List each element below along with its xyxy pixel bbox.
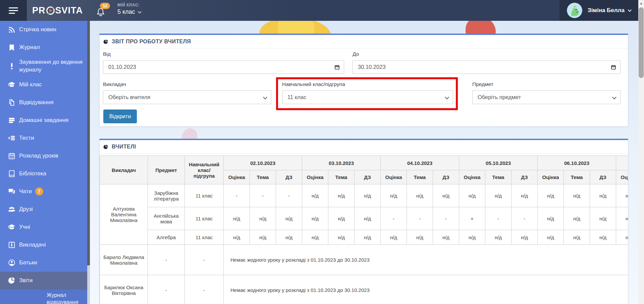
value-cell: н/д	[590, 207, 616, 230]
sidebar-item-label: Стрічка новин	[19, 26, 56, 34]
value-cell: -	[433, 207, 459, 230]
value-cell: н/д	[302, 207, 328, 230]
subject-select[interactable]: Оберіть предмет	[472, 90, 621, 104]
report-form-panel: ЗВІТ ПРО РОБОТУ ВЧИТЕЛЯ Від 01.10.2023 Д…	[99, 34, 628, 127]
sidebar-item-2[interactable]: Журнал	[0, 39, 87, 56]
teachers-table-title: ВЧИТЕЛІ	[112, 144, 136, 150]
column-header-date: 06.10.2023	[538, 156, 616, 170]
page-scrollbar[interactable]: ▲	[638, 0, 644, 304]
chevron-down-icon	[628, 8, 632, 12]
value-cell: н/д	[276, 207, 302, 230]
value-cell: н/д	[590, 230, 616, 245]
class-group-select-value: 11 клас	[287, 94, 306, 100]
stack-icon	[8, 117, 15, 124]
sidebar-item-6[interactable]: Домашні завдання	[0, 112, 87, 129]
value-cell: -	[224, 184, 250, 207]
sidebar-item-1[interactable]: Стрічка новин	[0, 21, 87, 39]
value-cell: -	[381, 207, 407, 230]
calendar-icon[interactable]	[611, 64, 616, 70]
sidebar-item-label: Мій клас	[19, 81, 42, 89]
column-subheader: ДЗ	[590, 170, 616, 184]
page-scrollbar-thumb[interactable]	[639, 7, 644, 78]
sidebar-item-14[interactable]: Батьки	[0, 254, 87, 272]
calendar-icon[interactable]	[334, 64, 340, 70]
sidebar-scrollbar[interactable]	[87, 21, 90, 304]
sidebar-item-label: Розклад уроків	[19, 152, 58, 160]
value-cell: -	[250, 184, 276, 207]
sidebar-item-7[interactable]: Тести	[0, 129, 87, 147]
value-cell: н/д	[538, 184, 564, 207]
sidebar-nav: Стрічка новинЖурналЗауваження до ведення…	[0, 21, 87, 304]
column-header-teacher: Викладач	[100, 156, 148, 184]
value-cell: н/д	[381, 184, 407, 207]
value-cell: н/д	[564, 230, 590, 245]
subject-cell: -	[148, 245, 185, 275]
sidebar-item-9[interactable]: Бібліотека	[0, 165, 87, 183]
subject-cell: Англійська мова	[148, 207, 185, 230]
open-report-button[interactable]: Відкрити	[103, 110, 137, 123]
teacher-label: Викладач	[103, 81, 126, 87]
scroll-up-icon[interactable]: ▲	[638, 1, 644, 6]
value-cell: н/д	[616, 230, 628, 245]
sidebar-item-4[interactable]: Мій клас	[0, 76, 87, 94]
sidebar-item-label: Викладачі	[19, 241, 46, 249]
class-group-cell: 11 клас	[185, 184, 224, 207]
chevron-down-icon	[612, 95, 616, 99]
column-subheader: Оцінка	[302, 170, 328, 184]
sidebar-item-13[interactable]: Викладачі	[0, 236, 87, 254]
subject-cell: -	[148, 275, 185, 304]
column-subheader: Тема	[564, 170, 590, 184]
my-class-selector[interactable]: МІЙ КЛАС: 5 клас	[117, 3, 141, 15]
value-cell: н/д	[407, 230, 433, 245]
to-date-input[interactable]: 30.10.2023	[353, 60, 621, 74]
sidebar-item-label: Журнал відвідування	[47, 292, 85, 304]
value-cell: н/д	[538, 207, 564, 230]
value-cell: н/д	[276, 230, 302, 245]
sidebar-item-5[interactable]: Відвідування	[0, 94, 87, 112]
sidebar-item-16[interactable]: Журнал відвідування	[0, 290, 87, 304]
from-date-input[interactable]: 01.10.2023	[103, 60, 344, 74]
notifications-badge: 52	[100, 3, 110, 9]
sidebar-item-10[interactable]: Чати7	[0, 183, 87, 201]
sidebar-item-11[interactable]: Друзі	[0, 201, 87, 218]
value-cell: н/д	[224, 230, 250, 245]
value-cell: н/д	[459, 184, 485, 207]
column-subheader: Тема	[250, 170, 276, 184]
sidebar-item-badge: 7	[35, 187, 43, 196]
from-date-value: 01.10.2023	[108, 64, 136, 70]
sidebar-item-3[interactable]: Зауваження до ведення журналу	[0, 56, 87, 76]
column-header-class-group: Навчальний клас/ підгрупа	[185, 156, 224, 184]
sidebar-item-8[interactable]: Розклад уроків	[0, 147, 87, 165]
value-cell: н/д	[538, 230, 564, 245]
notifications-button[interactable]: 52	[96, 5, 113, 18]
teacher-name-cell: Алтухова Валентина Миколаївна	[100, 184, 148, 245]
column-header-subject: Предмет	[148, 156, 185, 184]
subject-cell: Алгебра	[148, 230, 185, 245]
teachers-panel: ВЧИТЕЛІ ВикладачПредметНавчальний клас/ …	[99, 139, 628, 304]
app-logo[interactable]: PR SVITA	[32, 0, 83, 21]
sidebar-scrollbar-thumb[interactable]	[87, 21, 90, 265]
teacher-select[interactable]: Оберіть вчителя	[103, 90, 271, 104]
from-date-label: Від	[103, 51, 111, 57]
value-cell: н/д	[302, 184, 328, 207]
column-subheader: Оцінка	[616, 170, 628, 184]
value-cell: -	[512, 207, 538, 230]
value-cell: н/д	[512, 230, 538, 245]
column-subheader: Оцінка	[224, 170, 250, 184]
value-cell: н/д	[302, 230, 328, 245]
page-title: ЗВІТ ПРО РОБОТУ ВЧИТЕЛЯ	[112, 39, 191, 45]
user-menu[interactable]: Зіміна Белла	[559, 0, 638, 21]
logo-play-icon	[46, 6, 55, 15]
pie-chart-icon	[103, 144, 108, 149]
avatar	[567, 3, 582, 18]
column-header-date: 03.10.2023	[302, 156, 381, 170]
subject-label: Предмет	[472, 81, 493, 87]
sidebar-item-12[interactable]: Учні	[0, 218, 87, 236]
value-cell: н/д	[616, 207, 628, 230]
list-icon	[8, 134, 15, 142]
column-subheader: Оцінка	[459, 170, 485, 184]
sidebar-item-15[interactable]: Звіти	[0, 272, 87, 290]
class-group-select[interactable]: 11 клас	[282, 90, 453, 104]
no-lessons-message-cell: Немає жодного уроку у розкладі з 01.10.2…	[224, 245, 628, 275]
menu-toggle-button[interactable]	[0, 0, 27, 21]
